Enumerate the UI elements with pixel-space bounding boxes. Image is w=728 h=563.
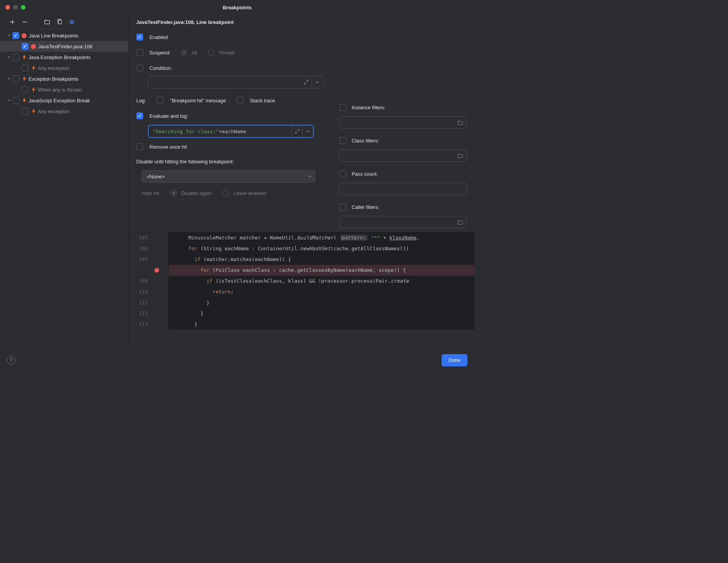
tree-group[interactable]: Java Exception Breakpoints: [0, 52, 128, 63]
remove-breakpoint-icon[interactable]: [21, 18, 29, 26]
log-stack-checkbox[interactable]: [237, 97, 244, 104]
instance-filters-input[interactable]: [339, 116, 467, 129]
caller-filters-checkbox[interactable]: [339, 203, 346, 210]
suspend-all-label: All: [191, 50, 197, 56]
eval-expr-op: +: [219, 129, 222, 134]
chevron-down-icon[interactable]: [313, 78, 322, 87]
breakpoint-gutter[interactable]: [152, 254, 162, 265]
breakpoint-gutter[interactable]: [152, 287, 162, 297]
tree-checkbox[interactable]: [12, 75, 19, 82]
tree-checkbox[interactable]: [22, 64, 29, 71]
sidebar: Java Line BreakpointsJavaTestFinder.java…: [0, 15, 129, 349]
code-text: return;: [169, 287, 474, 297]
breakpoint-gutter[interactable]: [152, 308, 162, 319]
lightning-icon: [31, 65, 36, 71]
view-breakpoints-icon[interactable]: [68, 18, 76, 26]
code-text: MinusculeMatcher matcher = NameUtil.buil…: [169, 232, 474, 243]
line-number: 107: [129, 254, 152, 265]
evaluate-label: Evaluate and log:: [149, 113, 188, 119]
caller-filters-label: Caller filters:: [352, 204, 379, 210]
chevron-down-icon[interactable]: [6, 98, 12, 103]
caller-filters-input[interactable]: [339, 216, 467, 228]
tree-label: When any is thrown: [38, 87, 82, 93]
disable-until-label: Disable until hitting the following brea…: [136, 159, 234, 164]
tree-item[interactable]: Any exception: [0, 63, 128, 73]
expand-icon[interactable]: [291, 125, 302, 137]
breakpoint-gutter[interactable]: [152, 243, 162, 254]
instance-filters-label: Instance filters:: [352, 105, 385, 110]
tree-item[interactable]: When any is thrown: [0, 84, 128, 95]
evaluate-checkbox[interactable]: [136, 112, 143, 119]
suspend-thread-radio[interactable]: [208, 49, 215, 56]
done-button[interactable]: Done: [442, 354, 467, 366]
folder-icon[interactable]: [456, 152, 464, 159]
breakpoint-gutter[interactable]: [152, 265, 162, 276]
instance-filters-checkbox[interactable]: [339, 104, 346, 111]
class-filters-input[interactable]: [339, 149, 467, 162]
lightning-icon: [31, 109, 36, 114]
log-bphit-checkbox[interactable]: [157, 97, 164, 104]
tree-checkbox[interactable]: [12, 32, 19, 39]
suspend-checkbox[interactable]: [136, 49, 143, 56]
line-number: 106: [129, 243, 152, 254]
class-filters-checkbox[interactable]: [339, 137, 346, 144]
expand-icon[interactable]: [301, 78, 311, 87]
condition-checkbox[interactable]: [136, 64, 143, 71]
zoom-window-icon[interactable]: [21, 5, 25, 10]
chevron-down-icon[interactable]: [6, 54, 12, 60]
line-number: 113: [129, 319, 152, 330]
code-line: 106 for (String eachName : ContainerUtil…: [129, 243, 474, 254]
help-icon[interactable]: ?: [7, 356, 15, 365]
window-title: Breakpoints: [223, 5, 252, 10]
code-text: if (isTestClass(eachClass, klass) && !pr…: [169, 276, 474, 287]
enabled-checkbox[interactable]: [136, 34, 143, 41]
line-number: [129, 265, 152, 276]
condition-input[interactable]: [148, 76, 324, 88]
chevron-down-icon[interactable]: [302, 125, 313, 137]
line-number: 112: [129, 308, 152, 319]
folder-icon[interactable]: [456, 218, 464, 226]
folder-icon[interactable]: [456, 119, 464, 126]
log-stack-label: Stack trace: [250, 98, 275, 103]
chevron-down-icon[interactable]: [6, 33, 12, 38]
suspend-all-radio[interactable]: [181, 49, 188, 56]
pass-count-checkbox[interactable]: [339, 170, 346, 177]
after-hit-disable-radio[interactable]: [170, 190, 177, 197]
pass-count-input[interactable]: [339, 183, 467, 195]
breakpoint-gutter[interactable]: [152, 297, 162, 308]
after-hit-leave-radio[interactable]: [222, 190, 229, 197]
tree-group[interactable]: JavaScript Exception Break: [0, 95, 128, 106]
tree-checkbox[interactable]: [12, 54, 19, 61]
log-bphit-label: "Breakpoint hit" message: [170, 98, 226, 103]
after-hit-label: After hit:: [142, 190, 160, 196]
group-by-file-icon[interactable]: [56, 18, 63, 26]
breakpoint-gutter[interactable]: [152, 232, 162, 243]
tree-checkbox[interactable]: [22, 108, 29, 115]
tree-group[interactable]: Exception Breakpoints: [0, 73, 128, 84]
tree-group[interactable]: Java Line Breakpoints: [0, 30, 128, 41]
tree-checkbox[interactable]: [12, 97, 19, 104]
group-by-package-icon[interactable]: [43, 18, 51, 26]
tree-checkbox[interactable]: [22, 43, 29, 50]
tree-item[interactable]: Any exception: [0, 106, 128, 117]
tree-checkbox[interactable]: [22, 86, 29, 93]
code-text: }: [169, 308, 474, 319]
breakpoint-dot-icon: [31, 44, 36, 49]
close-window-icon[interactable]: [5, 5, 10, 10]
footer: ? Done: [0, 349, 474, 371]
remove-once-hit-checkbox[interactable]: [136, 143, 143, 150]
breakpoint-gutter[interactable]: [152, 276, 162, 287]
tree-label: Java Line Breakpoints: [29, 33, 78, 39]
evaluate-input[interactable]: "Searching for class:" + eachName: [148, 125, 314, 138]
suspend-label: Suspend:: [149, 50, 171, 56]
disable-until-select[interactable]: <None>: [142, 170, 315, 183]
breakpoint-gutter[interactable]: [152, 319, 162, 330]
line-number: 109: [129, 276, 152, 287]
code-line: for (PsiClass eachClass : cache.getClass…: [129, 265, 474, 276]
after-hit-disable-label: Disable again: [181, 190, 212, 196]
add-breakpoint-icon[interactable]: [8, 18, 16, 26]
tree-item[interactable]: JavaTestFinder.java:108: [0, 41, 128, 52]
chevron-down-icon[interactable]: [6, 76, 12, 81]
condition-label: Condition:: [149, 65, 172, 71]
code-line: 107 if (matcher.matches(eachName)) {: [129, 254, 474, 265]
